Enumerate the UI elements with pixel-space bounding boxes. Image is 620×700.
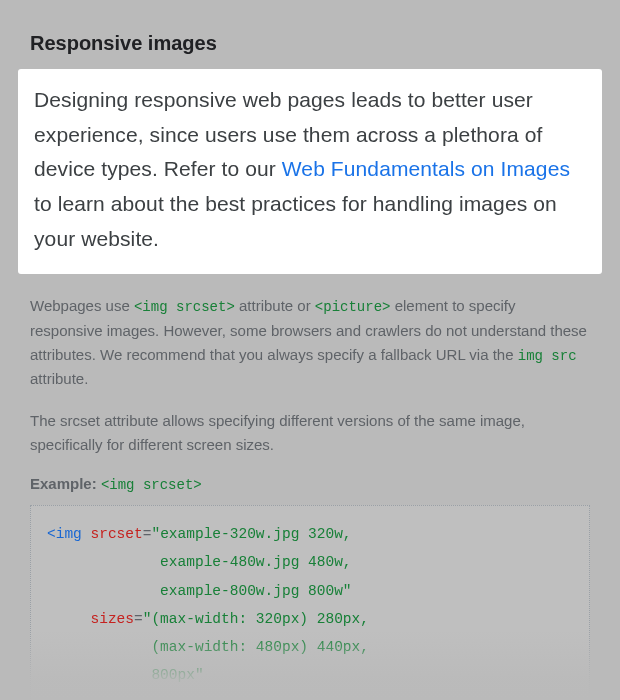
inline-code-picture: <picture> [315, 299, 391, 315]
code-block: <img srcset="example-320w.jpg 320w, exam… [30, 505, 590, 700]
code-token-punc: = [134, 611, 143, 627]
highlight-panel: Designing responsive web pages leads to … [18, 69, 602, 274]
inline-code-example: <img srcset> [101, 477, 202, 493]
highlight-text-suffix: to learn about the best practices for ha… [34, 192, 557, 250]
example-label: Example: <img srcset> [30, 475, 590, 493]
inline-code-img-srcset: <img srcset> [134, 299, 235, 315]
paragraph-srcset-intro: Webpages use <img srcset> attribute or <… [30, 294, 590, 391]
code-token-attr: sizes [47, 611, 134, 627]
code-token-str: example-800w.jpg 800w" [47, 583, 352, 599]
inline-code-img-src: img src [518, 348, 577, 364]
code-token-str: "example-320w.jpg 320w, [151, 526, 351, 542]
code-token-str: "(max-width: 320px) 280px, [143, 611, 369, 627]
code-token-str: 800px" [47, 667, 204, 683]
code-token-attr: srcset [82, 526, 143, 542]
code-token-str: (max-width: 480px) 440px, [47, 639, 369, 655]
highlight-paragraph: Designing responsive web pages leads to … [34, 83, 586, 256]
text: attribute. [30, 370, 88, 387]
section-heading: Responsive images [0, 0, 620, 69]
text: attribute or [235, 297, 315, 314]
text: Webpages use [30, 297, 134, 314]
body-section: Webpages use <img srcset> attribute or <… [0, 274, 620, 700]
code-token-tag: <img [47, 526, 82, 542]
code-token-str: example-480w.jpg 480w, [47, 554, 352, 570]
web-fundamentals-link[interactable]: Web Fundamentals on Images [282, 157, 570, 180]
paragraph-srcset-explain: The srcset attribute allows specifying d… [30, 409, 590, 457]
example-label-text: Example: [30, 475, 97, 492]
